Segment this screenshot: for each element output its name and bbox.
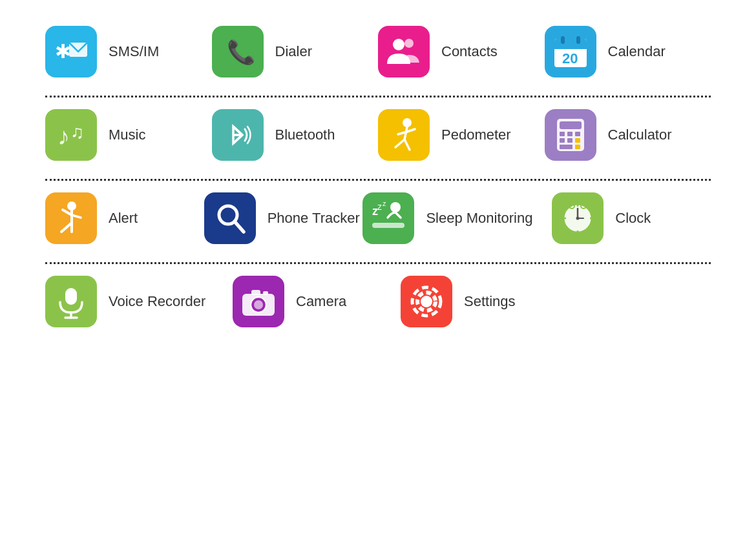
- contacts-label: Contacts: [441, 43, 498, 60]
- voice-recorder-label: Voice Recorder: [109, 293, 205, 310]
- svg-rect-27: [567, 138, 572, 143]
- pedometer-icon: [378, 109, 430, 161]
- settings-icon: [401, 276, 452, 327]
- contacts-icon: [378, 26, 430, 77]
- svg-point-34: [390, 202, 401, 212]
- svg-rect-25: [575, 132, 580, 136]
- svg-line-18: [404, 139, 410, 150]
- svg-text:📞: 📞: [227, 38, 254, 66]
- svg-rect-29: [560, 145, 572, 149]
- svg-text:z: z: [377, 201, 382, 212]
- bluetooth-label: Bluetooth: [275, 127, 335, 143]
- svg-rect-56: [251, 290, 260, 295]
- app-settings[interactable]: Settings: [401, 276, 569, 327]
- calendar-icon: 20: [545, 26, 596, 77]
- app-bluetooth[interactable]: Bluetooth: [212, 109, 379, 161]
- svg-rect-30: [575, 145, 580, 149]
- alert-label: Alert: [109, 210, 138, 227]
- app-dialer[interactable]: 📞 Dialer: [212, 26, 379, 77]
- svg-point-55: [254, 300, 263, 309]
- bluetooth-icon: [212, 109, 264, 161]
- app-music[interactable]: ♪ ♫ Music: [45, 109, 212, 161]
- svg-rect-50: [65, 288, 77, 305]
- sleep-monitoring-icon: z z z: [362, 192, 414, 244]
- apps-row-4: Voice Recorder Camera: [45, 276, 711, 334]
- divider-1: [45, 96, 711, 98]
- music-label: Music: [109, 127, 145, 143]
- apps-row-3: Alert Phone Tracker: [45, 192, 711, 251]
- svg-text:✱: ✱: [55, 41, 71, 62]
- app-phone-tracker[interactable]: Phone Tracker: [204, 192, 363, 244]
- settings-label: Settings: [464, 293, 516, 310]
- phone-tracker-label: Phone Tracker: [268, 210, 360, 227]
- app-contacts[interactable]: Contacts: [378, 26, 545, 77]
- svg-text:♫: ♫: [70, 122, 84, 142]
- music-icon: ♪ ♫: [45, 109, 97, 161]
- camera-icon: [233, 276, 284, 327]
- svg-point-3: [393, 39, 404, 50]
- app-pedometer[interactable]: Pedometer: [378, 109, 545, 161]
- svg-point-31: [67, 201, 76, 211]
- app-grid: ✱ SMS/IM 📞 Dialer: [0, 0, 756, 365]
- app-clock[interactable]: Clock: [552, 192, 711, 244]
- app-alert[interactable]: Alert: [45, 192, 204, 244]
- sleep-monitoring-label: Sleep Monitoring: [426, 210, 532, 227]
- svg-point-47: [576, 217, 580, 220]
- app-calculator[interactable]: Calculator: [545, 109, 711, 161]
- svg-rect-23: [560, 132, 565, 136]
- svg-rect-57: [263, 291, 268, 295]
- calculator-label: Calculator: [608, 127, 672, 143]
- app-calendar[interactable]: 20 Calendar: [545, 26, 711, 77]
- voice-recorder-icon: [45, 276, 97, 327]
- clock-label: Clock: [615, 210, 651, 227]
- apps-row-1: ✱ SMS/IM 📞 Dialer: [45, 26, 711, 84]
- pedometer-label: Pedometer: [441, 127, 511, 143]
- divider-2: [45, 179, 711, 181]
- svg-line-20: [407, 129, 415, 132]
- svg-text:z: z: [383, 200, 386, 207]
- svg-point-58: [421, 296, 432, 307]
- app-voice-recorder[interactable]: Voice Recorder: [45, 276, 233, 327]
- apps-row-2: ♪ ♫ Music Bluetooth: [45, 109, 711, 167]
- svg-point-15: [403, 118, 412, 127]
- app-sleep-monitoring[interactable]: z z z Sleep Monitoring: [362, 192, 552, 244]
- svg-line-13: [233, 135, 242, 143]
- svg-line-33: [235, 221, 244, 232]
- dialer-label: Dialer: [275, 43, 312, 60]
- app-sms-im[interactable]: ✱ SMS/IM: [45, 26, 212, 77]
- sms-im-icon: ✱: [45, 26, 97, 77]
- phone-tracker-icon: [204, 192, 256, 244]
- svg-rect-9: [576, 36, 580, 44]
- dialer-icon: 📞: [212, 26, 264, 77]
- svg-rect-22: [560, 121, 582, 129]
- camera-label: Camera: [296, 293, 346, 310]
- sms-im-label: SMS/IM: [109, 43, 159, 60]
- clock-icon: [552, 192, 604, 244]
- app-camera[interactable]: Camera: [233, 276, 401, 327]
- calculator-icon: [545, 109, 596, 161]
- svg-rect-7: [554, 44, 587, 49]
- svg-text:20: 20: [562, 50, 578, 67]
- svg-rect-26: [560, 138, 565, 143]
- svg-text:♪: ♪: [58, 123, 70, 150]
- svg-rect-8: [561, 36, 565, 44]
- divider-3: [45, 262, 711, 264]
- svg-line-17: [395, 139, 404, 147]
- svg-rect-35: [372, 223, 404, 228]
- calendar-label: Calendar: [608, 43, 666, 60]
- svg-rect-24: [567, 132, 572, 136]
- svg-rect-28: [575, 138, 580, 143]
- svg-point-4: [404, 39, 414, 48]
- alert-icon: [45, 192, 97, 244]
